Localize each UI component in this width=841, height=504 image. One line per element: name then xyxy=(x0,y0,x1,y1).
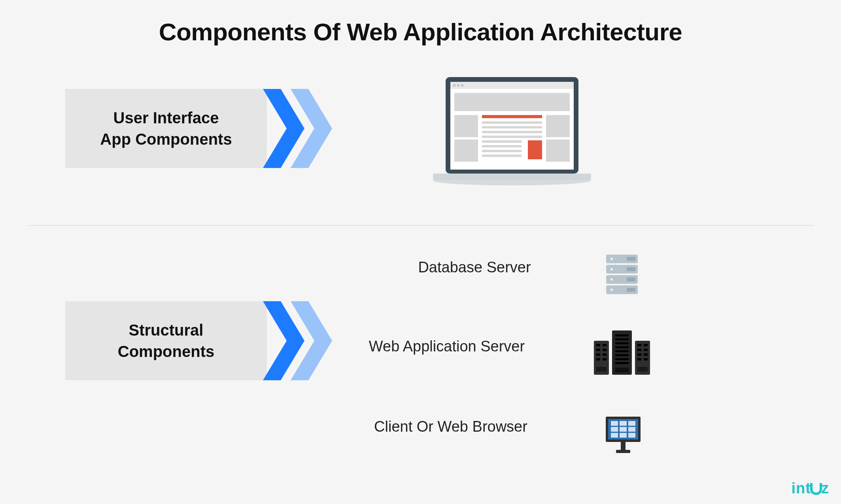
svg-rect-57 xyxy=(644,358,648,361)
svg-rect-48 xyxy=(596,367,607,372)
svg-rect-54 xyxy=(637,353,641,356)
svg-rect-37 xyxy=(627,277,635,281)
svg-rect-75 xyxy=(620,427,627,432)
category-ui-line2: App Components xyxy=(100,128,232,150)
svg-rect-36 xyxy=(627,267,635,271)
svg-rect-12 xyxy=(454,140,478,162)
svg-point-9 xyxy=(461,84,463,87)
svg-rect-79 xyxy=(628,433,635,438)
svg-rect-6 xyxy=(450,82,574,89)
svg-rect-14 xyxy=(546,140,570,162)
svg-rect-17 xyxy=(482,126,542,128)
svg-point-34 xyxy=(610,289,613,291)
database-server-icon xyxy=(603,253,641,298)
svg-rect-15 xyxy=(482,115,542,118)
svg-rect-46 xyxy=(596,358,600,361)
svg-rect-11 xyxy=(454,115,478,137)
svg-rect-40 xyxy=(596,344,600,346)
svg-rect-73 xyxy=(628,421,635,426)
svg-rect-67 xyxy=(615,362,629,364)
svg-rect-65 xyxy=(615,354,629,356)
svg-rect-20 xyxy=(482,140,522,143)
monitor-grid-icon xyxy=(604,415,642,456)
svg-rect-56 xyxy=(637,358,641,361)
svg-rect-47 xyxy=(603,358,607,361)
svg-rect-16 xyxy=(482,121,542,124)
svg-point-7 xyxy=(453,84,455,87)
item-client-web-browser-label: Client Or Web Browser xyxy=(348,418,554,435)
svg-rect-81 xyxy=(616,450,630,453)
svg-rect-22 xyxy=(482,150,522,152)
item-web-application-server-label: Web Application Server xyxy=(344,338,550,355)
svg-point-32 xyxy=(610,268,613,270)
svg-rect-66 xyxy=(615,358,629,360)
svg-rect-52 xyxy=(637,349,641,351)
svg-rect-72 xyxy=(620,421,627,426)
double-chevron-right-icon xyxy=(263,301,342,380)
svg-point-31 xyxy=(610,258,613,260)
brand-logo-u-icon xyxy=(810,483,822,495)
svg-rect-51 xyxy=(644,344,648,346)
svg-rect-76 xyxy=(628,427,635,432)
brand-logo: Intz xyxy=(792,480,829,497)
brand-logo-text-1: Int xyxy=(792,480,811,496)
svg-rect-18 xyxy=(482,131,542,133)
svg-rect-58 xyxy=(637,367,648,372)
svg-rect-3 xyxy=(433,174,591,180)
svg-rect-53 xyxy=(644,349,648,351)
svg-rect-10 xyxy=(454,93,570,111)
category-struct-line2: Components xyxy=(118,341,214,362)
brand-logo-text-2: z xyxy=(821,480,829,496)
svg-rect-45 xyxy=(603,353,607,356)
svg-rect-77 xyxy=(611,433,618,438)
svg-rect-21 xyxy=(482,145,522,147)
svg-rect-13 xyxy=(546,115,570,137)
item-database-server-label: Database Server xyxy=(372,259,577,276)
svg-rect-55 xyxy=(644,353,648,356)
svg-rect-64 xyxy=(615,350,629,352)
svg-rect-60 xyxy=(615,334,629,336)
svg-rect-24 xyxy=(528,140,542,159)
svg-rect-35 xyxy=(627,257,635,261)
svg-rect-44 xyxy=(596,353,600,356)
svg-rect-74 xyxy=(611,427,618,432)
svg-rect-38 xyxy=(627,288,635,292)
laptop-web-icon xyxy=(433,77,591,189)
double-chevron-right-icon xyxy=(263,89,342,168)
category-ui-line1: User Interface xyxy=(113,107,219,128)
svg-rect-61 xyxy=(615,338,629,340)
svg-rect-23 xyxy=(482,155,522,157)
svg-point-8 xyxy=(457,84,459,87)
svg-point-33 xyxy=(610,278,613,281)
svg-rect-41 xyxy=(603,344,607,346)
svg-rect-63 xyxy=(615,346,629,348)
svg-rect-42 xyxy=(596,349,600,351)
svg-rect-62 xyxy=(615,342,629,344)
svg-rect-68 xyxy=(615,368,629,372)
section-divider xyxy=(28,225,813,226)
svg-rect-78 xyxy=(620,433,627,438)
category-struct-line1: Structural xyxy=(129,319,204,341)
svg-rect-71 xyxy=(611,421,618,426)
category-ui-components: User Interface App Components xyxy=(65,89,267,168)
svg-rect-80 xyxy=(621,442,626,450)
svg-rect-19 xyxy=(482,136,542,138)
server-cluster-icon xyxy=(592,329,652,378)
diagram-title: Components Of Web Application Architectu… xyxy=(0,18,841,46)
svg-rect-43 xyxy=(603,349,607,351)
category-structural-components: Structural Components xyxy=(65,301,267,380)
svg-rect-50 xyxy=(637,344,641,346)
